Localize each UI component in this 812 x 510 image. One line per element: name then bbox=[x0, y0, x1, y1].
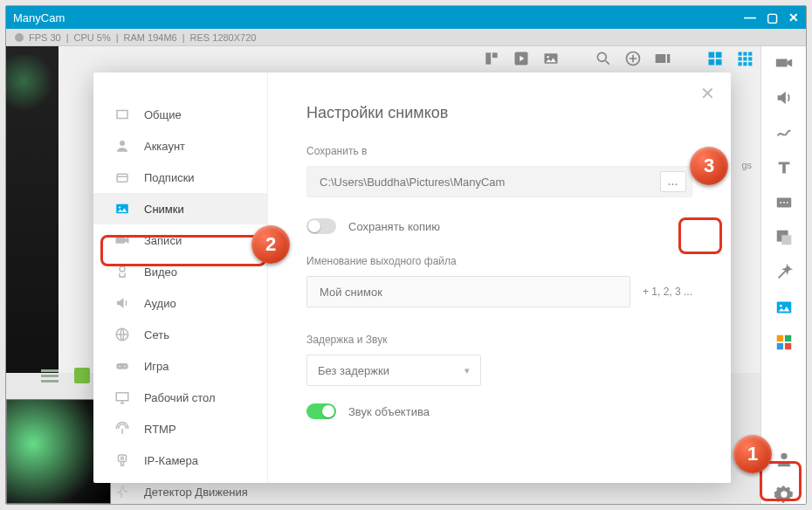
sidebar-item-label: IP-Камера bbox=[144, 454, 198, 467]
wand-icon[interactable] bbox=[774, 263, 794, 282]
titlebar: ManyCam — ▢ ✕ bbox=[6, 6, 806, 29]
maximize-icon[interactable]: ▢ bbox=[767, 11, 778, 24]
statusbar: FPS 30 | CPU 5% | RAM 194M6 | RES 1280X7… bbox=[6, 29, 806, 46]
shutter-toggle[interactable] bbox=[306, 403, 336, 419]
sidebar-item-audio[interactable]: Аудио bbox=[93, 287, 267, 319]
text-icon[interactable] bbox=[774, 158, 794, 177]
status-fps: FPS 30 bbox=[29, 32, 61, 43]
svg-rect-13 bbox=[739, 52, 742, 56]
dialog-close-icon[interactable]: ✕ bbox=[700, 85, 715, 102]
sound-icon[interactable] bbox=[774, 88, 794, 107]
sidebar-item-label: Аудио bbox=[144, 297, 176, 310]
chevron-down-icon: ▾ bbox=[464, 365, 470, 376]
svg-point-4 bbox=[547, 56, 549, 59]
svg-rect-12 bbox=[716, 59, 722, 65]
shutter-row: Звук объектива bbox=[306, 403, 692, 419]
svg-rect-33 bbox=[776, 343, 782, 349]
delay-select[interactable]: Без задержки ▾ bbox=[306, 355, 481, 386]
video-icon bbox=[114, 264, 130, 279]
settings-content: Настройки снимков Сохранить в C:\Users\B… bbox=[268, 72, 731, 483]
picture-tool-icon[interactable] bbox=[774, 298, 794, 317]
grid-large-icon[interactable] bbox=[706, 50, 724, 67]
grid-small-icon[interactable] bbox=[736, 50, 754, 67]
save-copy-label: Сохранять копию bbox=[348, 220, 440, 233]
overlay-icon[interactable] bbox=[774, 228, 794, 247]
svg-rect-21 bbox=[748, 62, 752, 65]
draw-icon[interactable] bbox=[774, 123, 794, 142]
svg-rect-7 bbox=[656, 54, 666, 63]
apps-icon[interactable] bbox=[774, 333, 794, 352]
svg-point-24 bbox=[780, 202, 781, 203]
menu-icon[interactable] bbox=[41, 369, 58, 382]
network-icon bbox=[114, 327, 130, 342]
svg-rect-8 bbox=[667, 54, 670, 63]
naming-input[interactable] bbox=[306, 276, 630, 307]
svg-point-5 bbox=[597, 52, 606, 61]
svg-rect-48 bbox=[119, 455, 127, 462]
sidebar-item-label: Аккаунт bbox=[144, 140, 185, 153]
sidebar-item-label: Снимки bbox=[144, 203, 184, 216]
sidebar-item-network[interactable]: Сеть bbox=[93, 319, 267, 350]
svg-rect-44 bbox=[116, 363, 128, 369]
sidebar-item-account[interactable]: Аккаунт bbox=[93, 130, 267, 162]
app-title: ManyCam bbox=[13, 11, 744, 24]
svg-point-25 bbox=[783, 202, 785, 203]
gear-icon[interactable] bbox=[774, 485, 794, 504]
rtmp-icon bbox=[114, 421, 130, 437]
close-icon[interactable]: ✕ bbox=[788, 11, 799, 24]
svg-rect-38 bbox=[117, 174, 127, 182]
sidebar-item-general[interactable]: Общие bbox=[93, 99, 267, 130]
delay-value: Без задержки bbox=[318, 364, 389, 377]
subscription-icon bbox=[114, 169, 130, 185]
effects-icon[interactable] bbox=[774, 193, 794, 212]
gallery-button[interactable] bbox=[74, 368, 90, 383]
minimize-icon[interactable]: — bbox=[744, 11, 756, 24]
desktop-icon bbox=[114, 389, 130, 405]
svg-rect-20 bbox=[743, 62, 747, 65]
svg-point-49 bbox=[121, 457, 124, 459]
window-controls: — ▢ ✕ bbox=[744, 11, 799, 24]
sidebar-item-subscriptions[interactable]: Подписки bbox=[93, 162, 267, 193]
naming-suffix: + 1, 2, 3 ... bbox=[643, 286, 692, 298]
svg-rect-31 bbox=[776, 335, 782, 341]
presets-icon[interactable] bbox=[483, 50, 500, 67]
user-icon[interactable] bbox=[774, 450, 794, 469]
sidebar-item-recordings[interactable]: Записи bbox=[93, 224, 267, 256]
svg-point-45 bbox=[119, 366, 120, 368]
camera-icon[interactable] bbox=[774, 53, 794, 72]
status-ram: RAM 194M6 bbox=[124, 32, 177, 43]
main-area: gs bbox=[6, 46, 806, 504]
sidebar-item-video[interactable]: Видео bbox=[93, 256, 267, 287]
svg-point-26 bbox=[786, 202, 788, 203]
play-icon[interactable] bbox=[513, 50, 530, 67]
svg-rect-19 bbox=[739, 62, 742, 65]
save-to-label: Сохранить в bbox=[306, 145, 692, 157]
marker-2: 2 bbox=[251, 225, 290, 264]
sidebar-item-rtmp[interactable]: RTMP bbox=[93, 413, 267, 445]
search-icon[interactable] bbox=[595, 50, 612, 67]
sidebar-item-game[interactable]: Игра bbox=[93, 350, 267, 382]
svg-rect-1 bbox=[492, 52, 498, 58]
svg-rect-16 bbox=[739, 57, 742, 60]
svg-rect-11 bbox=[709, 59, 715, 65]
svg-rect-15 bbox=[748, 52, 752, 56]
sidebar-item-desktop[interactable]: Рабочий стол bbox=[93, 382, 267, 413]
audio-icon bbox=[114, 295, 130, 311]
sidebar-item-label: Сеть bbox=[144, 328, 169, 341]
svg-rect-22 bbox=[775, 59, 787, 66]
browse-button[interactable]: ... bbox=[660, 171, 686, 192]
sidebar-item-motion[interactable]: Детектор Движения bbox=[93, 476, 267, 507]
save-copy-toggle[interactable] bbox=[306, 218, 336, 234]
game-icon bbox=[114, 358, 130, 374]
delay-label: Задержка и Звук bbox=[306, 334, 692, 346]
picture-icon[interactable] bbox=[542, 50, 560, 67]
gallery-icon[interactable] bbox=[654, 50, 671, 67]
svg-rect-34 bbox=[784, 343, 790, 349]
svg-point-40 bbox=[119, 206, 120, 208]
sidebar-item-snapshots[interactable]: Снимки bbox=[93, 193, 267, 224]
sidebar-item-ipcamera[interactable]: IP-Камера bbox=[93, 445, 267, 476]
add-icon[interactable] bbox=[624, 50, 642, 67]
sidebar-item-label: Записи bbox=[144, 234, 182, 247]
svg-rect-18 bbox=[748, 57, 752, 60]
status-dot-icon bbox=[15, 33, 24, 42]
